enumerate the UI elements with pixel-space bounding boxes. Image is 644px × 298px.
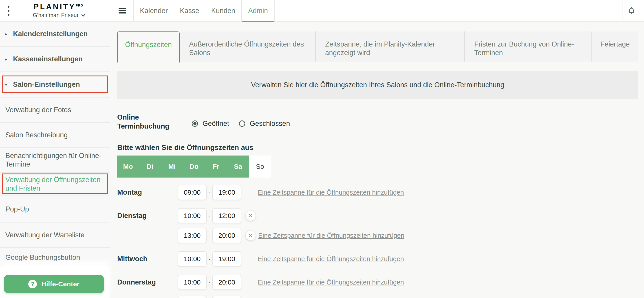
radio-geschlossen-label[interactable]: Geschlossen (250, 120, 290, 128)
hamburger-menu-icon[interactable] (118, 8, 126, 14)
sidebar-section-kasseneinstellungen[interactable]: ▸ Kasseneinstellungen (0, 47, 110, 72)
pro-badge: PRO (76, 4, 83, 7)
tab-oeffnungszeiten[interactable]: Öffnungszeiten (117, 32, 180, 63)
sidebar-section-kalendereinstellungen[interactable]: ▸ Kalendereinstellungen (0, 22, 110, 47)
radio-geoeffnet[interactable] (192, 120, 198, 127)
sidebar-item-warteliste[interactable]: Verwaltung der Warteliste (0, 223, 110, 248)
nav-tab-admin[interactable]: Admin (241, 0, 275, 22)
time-range-dash: - (206, 279, 212, 286)
daycell-mi[interactable]: Mi (161, 156, 183, 178)
time-input-to[interactable] (212, 296, 241, 298)
sidebar-item-pop-up[interactable]: Pop-Up (0, 196, 110, 223)
kebab-menu-icon[interactable] (6, 6, 11, 16)
sidebar-item-oeffnungszeiten-und-fristen[interactable]: Verwaltung der Öffnungszeiten und Friste… (0, 173, 110, 196)
add-timespan-link[interactable]: Eine Zeitspanne für die Öffnungszeiten h… (258, 189, 404, 196)
daycell-sa[interactable]: Sa (227, 156, 249, 178)
hours-row-donnerstag: Donnerstag - Eine Zeitspanne für die Öff… (117, 275, 404, 290)
time-input-to[interactable] (212, 275, 241, 290)
time-input-to[interactable] (212, 185, 241, 200)
topbar: PLANITYPRO G'hair'man Friseur Kalender K… (0, 0, 644, 22)
day-label: Mittwoch (117, 255, 178, 263)
daycell-fr[interactable]: Fr (205, 156, 227, 178)
hours-row-partial (117, 296, 241, 298)
time-range-dash: - (206, 255, 212, 262)
radio-geschlossen[interactable] (239, 120, 245, 127)
day-label: Montag (117, 188, 178, 196)
chevron-right-icon: ▸ (5, 31, 10, 37)
info-banner: Verwalten Sie hier die Öffnungszeiten Ih… (117, 71, 638, 99)
daycell-so[interactable]: So (249, 156, 271, 178)
settings-tabbar: Öffnungszeiten Außerordentliche Öffnungs… (117, 32, 638, 62)
nav-tab-kalender[interactable]: Kalender (134, 0, 174, 22)
online-booking-label: Online Terminbuchung (117, 113, 173, 131)
remove-timespan-button[interactable]: ✕ (246, 211, 256, 221)
hours-row-montag: Montag - Eine Zeitspanne für die Öffnung… (117, 185, 404, 200)
sidebar-item-verwaltung-der-fotos[interactable]: Verwaltung der Fotos (0, 98, 110, 123)
sidebar-section-salon-einstellungen[interactable]: ▾ Salon-Einstellungen (0, 72, 110, 98)
time-input-to[interactable] (212, 251, 241, 266)
salon-switcher[interactable]: G'hair'man Friseur (25, 12, 92, 19)
hours-row-dienstag-1: Dienstag - ✕ (117, 208, 256, 223)
topbar-divider (622, 0, 622, 22)
time-input-from[interactable] (178, 275, 206, 290)
radio-geoeffnet-label[interactable]: Geöffnet (202, 120, 229, 128)
planity-logo: PLANITYPRO (25, 2, 92, 11)
salon-name: G'hair'man Friseur (33, 12, 78, 19)
tab-ausserordentliche-oeffnungszeiten[interactable]: Außerordentliche Öffnungszeiten des Salo… (180, 32, 315, 62)
daycell-do[interactable]: Do (183, 156, 205, 178)
weekday-toggle-row: Mo Di Mi Do Fr Sa So (117, 156, 271, 178)
day-label: Dienstag (117, 212, 178, 220)
tab-feiertage[interactable]: Feiertage (592, 32, 638, 62)
nav-tab-kasse[interactable]: Kasse (174, 0, 205, 22)
time-range-dash: - (206, 189, 212, 196)
time-range-dash: - (206, 232, 212, 239)
time-input-from[interactable] (178, 251, 206, 266)
nav-tab-kunden[interactable]: Kunden (205, 0, 241, 22)
time-input-from[interactable] (178, 208, 206, 223)
daycell-di[interactable]: Di (139, 156, 161, 178)
hours-row-dienstag-2: - ✕ Eine Zeitspanne für die Öffnungszeit… (117, 228, 404, 243)
help-center-button[interactable]: ? Hilfe-Center (4, 275, 104, 293)
add-timespan-link[interactable]: Eine Zeitspanne für die Öffnungszeiten h… (258, 279, 404, 286)
add-timespan-link[interactable]: Eine Zeitspanne für die Öffnungszeiten h… (258, 255, 404, 263)
sidebar-footer: ? Hilfe-Center (0, 267, 110, 298)
add-timespan-link[interactable]: Eine Zeitspanne für die Öffnungszeiten h… (258, 232, 404, 239)
daycell-mo[interactable]: Mo (117, 156, 139, 178)
sidebar-item-benachrichtigungen[interactable]: Benachrichtigungen für Online-Termine (0, 148, 110, 173)
online-booking-radios: Geöffnet Geschlossen (192, 120, 290, 128)
chevron-down-icon (81, 13, 85, 17)
time-input-from[interactable] (178, 296, 206, 298)
chevron-down-icon: ▾ (5, 82, 10, 87)
time-input-to[interactable] (212, 208, 241, 223)
sidebar: ▸ Kalendereinstellungen ▸ Kasseneinstell… (0, 22, 110, 298)
main-nav: Kalender Kasse Kunden Admin (134, 0, 275, 22)
hours-heading: Bitte wählen Sie die Öffnungszeiten aus (117, 143, 253, 152)
sidebar-item-salon-beschreibung[interactable]: Salon Beschreibung (0, 123, 110, 148)
remove-timespan-button[interactable]: ✕ (246, 231, 256, 240)
time-range-dash: - (206, 212, 212, 219)
time-input-from[interactable] (178, 228, 206, 243)
time-input-from[interactable] (178, 185, 206, 200)
brand-block: PLANITYPRO G'hair'man Friseur (25, 2, 92, 19)
day-label: Donnerstag (117, 278, 178, 286)
hours-row-mittwoch: Mittwoch - Eine Zeitspanne für die Öffnu… (117, 251, 404, 266)
topbar-divider (111, 0, 112, 22)
tab-fristen-buchung[interactable]: Fristen zur Buchung von Online-Terminen (464, 32, 592, 62)
question-mark-icon: ? (28, 280, 37, 288)
sidebar-item-google-buchungsbutton[interactable]: Google Buchungsbutton (0, 248, 110, 268)
notifications-bell-icon[interactable] (627, 6, 636, 16)
app-root: PLANITYPRO G'hair'man Friseur Kalender K… (0, 0, 644, 298)
chevron-right-icon: ▸ (5, 56, 10, 62)
tab-zeitspanne-kalender[interactable]: Zeitspanne, die im Planity-Kalender ange… (315, 32, 464, 62)
radio-selected-dot (193, 122, 196, 125)
time-input-to[interactable] (212, 228, 241, 243)
